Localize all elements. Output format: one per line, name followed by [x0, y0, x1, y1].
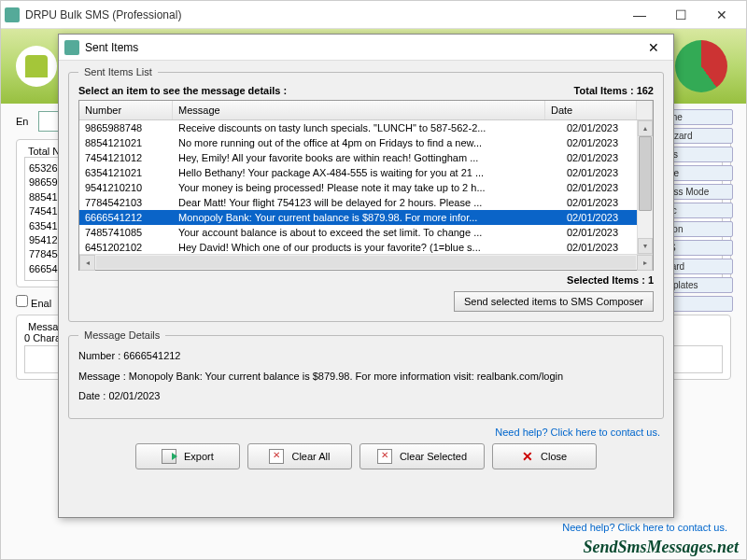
- sent-items-table[interactable]: Number Message Date 9865988748Receive di…: [78, 100, 654, 271]
- main-help-link[interactable]: Need help? Click here to contact us.: [562, 522, 727, 533]
- scroll-thumb-h[interactable]: [96, 256, 636, 269]
- cell-message: Your account balance is about to exceed …: [173, 225, 561, 240]
- table-row[interactable]: 7454121012Hey, Emily! All your favorite …: [79, 150, 653, 165]
- watermark: SendSmsMessages.net: [583, 538, 739, 557]
- selected-items-count: Selected Items : 1: [78, 274, 654, 286]
- message-details-fieldset: Message Details Number : 6666541212 Mess…: [68, 329, 664, 419]
- cell-message: Hello Bethany! Your package AX-484-555 i…: [173, 165, 561, 180]
- cell-message: Hey David! Which one of our products is …: [173, 240, 561, 254]
- table-row[interactable]: 7485741085Your account balance is about …: [79, 225, 653, 240]
- cell-number: 6451202102: [79, 240, 173, 254]
- cell-number: 6354121021: [79, 165, 173, 180]
- cell-number: 7485741085: [79, 225, 173, 240]
- clear-selected-button[interactable]: Clear Selected: [359, 443, 485, 469]
- scroll-up-arrow[interactable]: ▴: [638, 120, 653, 136]
- cell-number: 6666541212: [79, 210, 173, 225]
- dialog-icon: [64, 40, 79, 55]
- window-controls: — ☐ ✕: [619, 1, 742, 29]
- table-row[interactable]: 6354121021Hello Bethany! Your package AX…: [79, 165, 653, 180]
- detail-number-label: Number :: [78, 348, 120, 365]
- pie-chart-icon: [675, 40, 727, 92]
- col-date[interactable]: Date: [545, 101, 637, 119]
- clear-all-button[interactable]: Clear All: [247, 443, 352, 469]
- cell-message: Hey, Emily! All your favorite books are …: [173, 150, 561, 165]
- detail-message-value: Monopoly Bank: Your current balance is $…: [129, 371, 563, 382]
- clear-all-icon: [269, 449, 284, 464]
- list-instruction: Select an item to see the message detail…: [78, 85, 287, 96]
- close-icon: ✕: [522, 449, 533, 464]
- scroll-down-arrow[interactable]: ▾: [638, 238, 653, 254]
- vertical-scrollbar[interactable]: ▴ ▾: [637, 120, 653, 254]
- dialog-close-icon[interactable]: ✕: [640, 40, 668, 55]
- col-scroll-spacer: [637, 101, 653, 119]
- cell-number: 8854121021: [79, 135, 173, 150]
- col-number[interactable]: Number: [79, 101, 173, 119]
- cell-number: 9541210210: [79, 180, 173, 195]
- detail-message-label: Message :: [78, 369, 126, 385]
- cell-number: 7454121012: [79, 150, 173, 165]
- table-row[interactable]: 6451202102Hey David! Which one of our pr…: [79, 240, 653, 254]
- scroll-left-arrow[interactable]: ◂: [79, 255, 95, 271]
- col-message[interactable]: Message: [173, 101, 545, 119]
- dialog-titlebar: Sent Items ✕: [59, 35, 673, 61]
- cell-message: No more running out of the office at 4pm…: [173, 135, 561, 150]
- table-header: Number Message Date: [79, 101, 653, 120]
- dialog-title: Sent Items: [85, 41, 640, 54]
- app-title: DRPU Bulk SMS (Professional): [25, 8, 619, 21]
- total-items-label: Total Items : 162: [574, 85, 654, 96]
- table-row[interactable]: 8854121021No more running out of the off…: [79, 135, 653, 150]
- en-label: En: [16, 116, 38, 127]
- cell-number: 9865988748: [79, 120, 173, 135]
- cell-message: Receive discounts on tasty lunch special…: [173, 120, 561, 135]
- export-icon: [162, 449, 176, 464]
- detail-number-value: 6666541212: [123, 350, 180, 361]
- table-rows: 9865988748Receive discounts on tasty lun…: [79, 120, 653, 254]
- sent-items-list-legend: Sent Items List: [78, 66, 158, 77]
- dialog-help-link[interactable]: Need help? Click here to contact us.: [72, 427, 660, 438]
- dialog-button-row: Export Clear All Clear Selected ✕Close: [68, 443, 664, 477]
- main-titlebar: DRPU Bulk SMS (Professional) — ☐ ✕: [1, 1, 746, 29]
- scroll-thumb-v[interactable]: [639, 136, 652, 211]
- enable-label: Enal: [31, 298, 51, 309]
- table-row[interactable]: 9865988748Receive discounts on tasty lun…: [79, 120, 653, 135]
- table-row[interactable]: 9541210210Your money is being processed!…: [79, 180, 653, 195]
- android-badge: [16, 46, 57, 87]
- cell-number: 7784542103: [79, 195, 173, 210]
- cell-message: Your money is being processed! Please no…: [173, 180, 561, 195]
- message-details-legend: Message Details: [78, 329, 165, 341]
- maximize-button[interactable]: ☐: [660, 1, 701, 29]
- export-button[interactable]: Export: [135, 443, 240, 469]
- app-icon: [5, 7, 20, 22]
- scroll-right-arrow[interactable]: ▸: [637, 255, 653, 271]
- table-row[interactable]: 6666541212Monopoly Bank: Your current ba…: [79, 210, 653, 225]
- minimize-button[interactable]: —: [619, 1, 660, 29]
- sent-items-dialog: Sent Items ✕ Sent Items List Select an i…: [58, 34, 674, 518]
- clear-selected-icon: [377, 449, 392, 464]
- table-row[interactable]: 7784542103Dear Matt! Your flight 754123 …: [79, 195, 653, 210]
- horizontal-scrollbar[interactable]: ◂ ▸: [79, 254, 653, 270]
- enable-checkbox[interactable]: [16, 295, 28, 307]
- send-to-composer-button[interactable]: Send selected items to SMS Composer: [454, 291, 654, 312]
- cell-message: Monopoly Bank: Your current balance is $…: [173, 210, 561, 225]
- cell-message: Dear Matt! Your flight 754123 will be de…: [173, 195, 561, 210]
- detail-date-label: Date :: [78, 388, 106, 405]
- sent-items-list-fieldset: Sent Items List Select an item to see th…: [68, 66, 664, 322]
- close-button[interactable]: ✕Close: [492, 443, 597, 469]
- close-button[interactable]: ✕: [701, 1, 742, 29]
- detail-date-value: 02/01/2023: [108, 390, 160, 401]
